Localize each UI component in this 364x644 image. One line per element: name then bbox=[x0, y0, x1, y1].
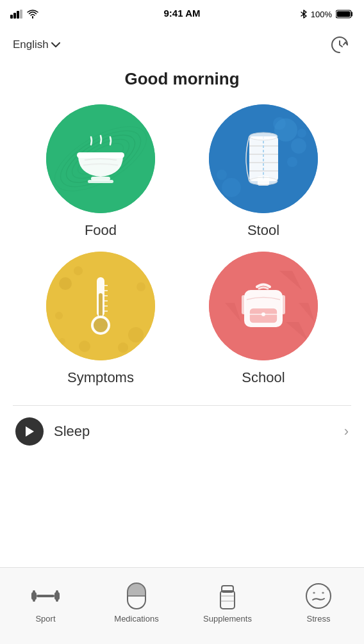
play-icon bbox=[24, 426, 35, 437]
nav-stress[interactable]: Stress bbox=[273, 582, 364, 624]
status-right: 100% bbox=[301, 10, 354, 19]
svg-rect-12 bbox=[77, 152, 124, 158]
svg-rect-57 bbox=[281, 295, 285, 314]
dumbbell-icon bbox=[31, 587, 60, 605]
signal-wifi bbox=[10, 10, 38, 19]
school-label: School bbox=[242, 369, 285, 386]
svg-rect-64 bbox=[220, 591, 235, 609]
school-circle bbox=[209, 252, 318, 360]
sport-nav-label: Sport bbox=[35, 614, 55, 624]
history-icon bbox=[330, 35, 349, 54]
language-selector[interactable]: English bbox=[13, 38, 60, 51]
svg-point-40 bbox=[59, 338, 65, 344]
stool-roll-icon bbox=[240, 130, 288, 188]
sleep-play-button[interactable] bbox=[15, 417, 44, 446]
svg-point-19 bbox=[273, 117, 286, 130]
sleep-row[interactable]: Sleep › bbox=[0, 406, 364, 457]
svg-rect-59 bbox=[33, 590, 35, 602]
svg-rect-14 bbox=[88, 180, 113, 183]
signal-icon bbox=[10, 10, 23, 19]
symptoms-thermometer-icon bbox=[85, 274, 117, 338]
history-button[interactable] bbox=[328, 33, 351, 56]
battery-icon bbox=[336, 10, 354, 19]
capsule-icon bbox=[126, 582, 147, 610]
stool-label: Stool bbox=[247, 222, 279, 239]
greeting: Good morning bbox=[0, 59, 364, 104]
sleep-label: Sleep bbox=[54, 423, 90, 440]
symptoms-label: Symptoms bbox=[67, 369, 134, 386]
food-bowl-icon bbox=[72, 133, 129, 184]
bottom-nav: Sport Medications bbox=[0, 567, 364, 644]
status-bar: 9:41 AM 100% bbox=[0, 0, 364, 28]
header: English bbox=[0, 28, 364, 59]
svg-point-39 bbox=[136, 282, 145, 291]
svg-point-38 bbox=[79, 341, 90, 352]
symptoms-item[interactable]: Symptoms bbox=[26, 252, 176, 386]
nav-medications[interactable]: Medications bbox=[91, 582, 182, 624]
nav-sport[interactable]: Sport bbox=[0, 582, 91, 624]
svg-point-37 bbox=[55, 312, 63, 319]
medications-icon bbox=[122, 582, 151, 610]
status-time: 9:41 AM bbox=[164, 8, 201, 19]
svg-point-21 bbox=[222, 178, 241, 197]
stool-item[interactable]: Stool bbox=[188, 104, 338, 239]
medications-nav-label: Medications bbox=[114, 614, 158, 624]
svg-rect-1 bbox=[13, 13, 16, 19]
main-grid: Food bbox=[0, 104, 364, 386]
svg-point-18 bbox=[287, 157, 297, 167]
stress-nav-label: Stress bbox=[307, 614, 331, 624]
svg-point-44 bbox=[94, 318, 108, 332]
svg-point-34 bbox=[74, 266, 83, 275]
svg-point-36 bbox=[118, 342, 128, 353]
supplements-nav-label: Supplements bbox=[203, 614, 252, 624]
food-label: Food bbox=[85, 222, 117, 239]
svg-point-17 bbox=[291, 138, 306, 154]
nav-supplements[interactable]: Supplements bbox=[182, 582, 273, 624]
chevron-down-icon bbox=[51, 42, 60, 47]
svg-rect-5 bbox=[337, 12, 351, 17]
svg-rect-3 bbox=[20, 10, 22, 19]
food-circle bbox=[46, 104, 155, 213]
sleep-chevron-right: › bbox=[344, 423, 349, 440]
svg-point-55 bbox=[261, 312, 265, 316]
sleep-left: Sleep bbox=[15, 417, 90, 446]
school-backpack-icon bbox=[238, 277, 289, 335]
svg-rect-2 bbox=[17, 11, 19, 19]
supplement-bottle-icon bbox=[218, 582, 237, 610]
svg-point-35 bbox=[128, 327, 144, 342]
svg-point-30 bbox=[249, 133, 277, 140]
battery-percent: 100% bbox=[311, 10, 332, 19]
stress-icon bbox=[304, 582, 333, 610]
svg-point-33 bbox=[59, 277, 72, 290]
language-label: English bbox=[13, 38, 49, 51]
svg-rect-56 bbox=[242, 295, 245, 314]
svg-rect-62 bbox=[56, 590, 58, 602]
wifi-icon bbox=[27, 10, 38, 19]
svg-rect-60 bbox=[37, 595, 54, 597]
stool-circle bbox=[209, 104, 318, 213]
svg-point-22 bbox=[217, 170, 227, 180]
svg-rect-42 bbox=[99, 293, 103, 317]
svg-point-68 bbox=[306, 584, 331, 608]
bluetooth-icon bbox=[301, 10, 307, 19]
symptoms-circle bbox=[46, 252, 155, 360]
school-item[interactable]: School bbox=[188, 252, 338, 386]
svg-rect-0 bbox=[10, 15, 13, 19]
food-item[interactable]: Food bbox=[26, 104, 176, 239]
svg-point-20 bbox=[297, 129, 306, 138]
svg-point-31 bbox=[249, 177, 277, 185]
supplements-icon bbox=[213, 582, 242, 610]
sport-icon bbox=[31, 582, 60, 610]
stress-face-icon bbox=[304, 582, 333, 610]
